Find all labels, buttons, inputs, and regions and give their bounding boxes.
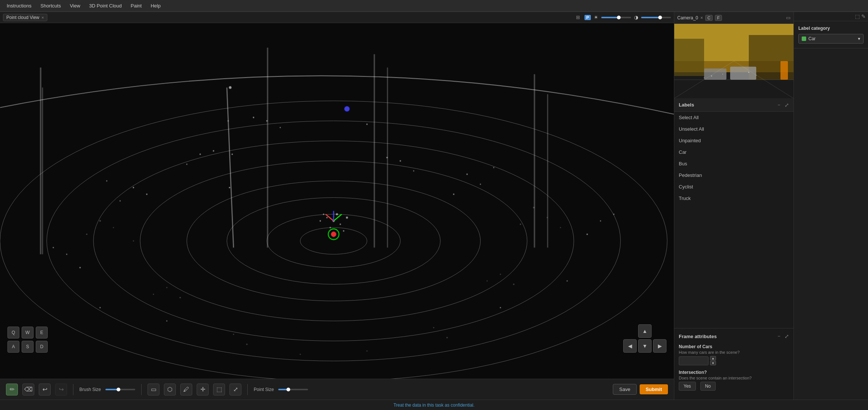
yes-radio[interactable]: Yes: [679, 382, 696, 391]
svg-rect-94: [780, 61, 788, 80]
svg-point-48: [228, 120, 229, 122]
rect-tool[interactable]: ▭: [148, 384, 159, 395]
svg-point-98: [748, 72, 750, 73]
point-size-label: Point Size: [254, 387, 274, 392]
label-category-title: Label category: [798, 26, 864, 31]
svg-point-33: [280, 127, 281, 128]
pc-icon-grid[interactable]: ⊞: [575, 14, 582, 21]
svg-point-19: [120, 200, 121, 201]
category-select[interactable]: Car ▾: [798, 34, 864, 44]
menu-shortcuts[interactable]: Shortcuts: [37, 1, 64, 10]
menu-3d-point-cloud[interactable]: 3D Point Cloud: [85, 1, 125, 10]
menu-help[interactable]: Help: [147, 1, 164, 10]
point-size-slider[interactable]: [278, 389, 308, 390]
redo-tool[interactable]: ↪: [55, 384, 67, 395]
no-radio[interactable]: No: [700, 382, 716, 391]
number-of-cars-input[interactable]: [679, 356, 709, 365]
category-chevron: ▾: [858, 36, 860, 41]
labels-title: Labels: [679, 102, 694, 108]
svg-point-16: [343, 230, 345, 232]
svg-point-20: [146, 194, 148, 195]
svg-point-68: [533, 207, 535, 208]
unpainted-item[interactable]: Unpainted: [674, 135, 793, 146]
canvas-area[interactable]: Q W E A S D ▲ ◀ ▼ ▶: [0, 23, 674, 379]
camera-expand[interactable]: ▭: [786, 15, 791, 20]
key-w[interactable]: W: [22, 327, 34, 339]
brush-size-slider[interactable]: [105, 389, 135, 390]
nav-row-mid: ◀ ▼ ▶: [623, 339, 666, 353]
submit-button[interactable]: Submit: [640, 384, 668, 394]
nav-right-btn[interactable]: ▶: [653, 339, 666, 353]
svg-point-81: [446, 337, 448, 339]
svg-point-36: [66, 254, 67, 255]
expand-tool[interactable]: ⤢: [229, 384, 241, 395]
svg-point-11: [340, 223, 341, 225]
camera-badge-f[interactable]: F: [715, 15, 722, 21]
pedestrian-item[interactable]: Pedestrian: [674, 169, 793, 181]
minimize-labels[interactable]: －: [776, 102, 782, 108]
labels-section: Labels － ⤢ Select All Unselect All Unpai…: [674, 98, 793, 328]
increment-btn[interactable]: ▲: [710, 356, 716, 360]
expand-frame-attr[interactable]: ⤢: [785, 333, 789, 340]
unselect-all-item[interactable]: Unselect All: [674, 123, 793, 135]
key-q[interactable]: Q: [7, 327, 19, 339]
svg-point-35: [366, 124, 368, 125]
svg-point-74: [153, 294, 154, 295]
point-cloud-tab[interactable]: Point cloud View ×: [3, 14, 47, 21]
camera-tab: Camera_0 × C F: [677, 15, 722, 21]
camera-image: [674, 24, 793, 98]
svg-point-69: [547, 217, 548, 218]
nav-left-btn[interactable]: ◀: [623, 339, 637, 353]
bus-item[interactable]: Bus: [674, 158, 793, 169]
camera-badge-c[interactable]: C: [705, 15, 713, 21]
status-bar: Treat the data in this task as confident…: [0, 400, 868, 410]
key-e[interactable]: E: [36, 327, 48, 339]
key-d[interactable]: D: [36, 341, 48, 353]
truck-item[interactable]: Truck: [674, 193, 793, 204]
view-badge-p[interactable]: P: [585, 15, 591, 20]
svg-point-50: [229, 187, 230, 188]
menu-view[interactable]: View: [66, 1, 84, 10]
svg-point-99: [756, 75, 757, 76]
svg-point-40: [586, 233, 588, 235]
expand-labels[interactable]: ⤢: [785, 102, 789, 108]
key-s[interactable]: S: [22, 341, 34, 353]
intersection-desc: Does the scene contain an intersection?: [679, 376, 789, 380]
camera-close[interactable]: ×: [700, 15, 703, 20]
poly-tool[interactable]: ⬡: [164, 384, 176, 395]
key-row-1: Q W E: [7, 327, 48, 339]
lasso-tool[interactable]: 🖊: [180, 384, 192, 395]
nav-up-btn[interactable]: ▲: [638, 324, 652, 338]
nav-down-btn[interactable]: ▼: [638, 339, 652, 353]
nav-arrows: ▲ ◀ ▼ ▶: [623, 324, 666, 353]
svg-rect-55: [374, 54, 375, 247]
label-icon-2[interactable]: ✎: [861, 13, 866, 19]
svg-point-76: [513, 284, 514, 285]
contrast-slider[interactable]: [641, 17, 671, 18]
svg-point-67: [133, 241, 134, 242]
menu-instructions[interactable]: Instructions: [3, 1, 35, 10]
sep3: [247, 384, 248, 395]
car-item[interactable]: Car: [674, 146, 793, 158]
tab-close[interactable]: ×: [42, 15, 44, 20]
transform-tool[interactable]: ⬚: [213, 384, 225, 395]
minimize-frame-attr[interactable]: －: [776, 333, 782, 340]
eraser-tool[interactable]: ⌫: [22, 384, 34, 395]
svg-point-39: [600, 220, 601, 222]
key-a[interactable]: A: [7, 341, 19, 353]
brightness-slider[interactable]: [601, 17, 631, 18]
svg-point-71: [560, 227, 561, 228]
select-all-item[interactable]: Select All: [674, 112, 793, 123]
save-button[interactable]: Save: [613, 384, 637, 395]
street-scene: [674, 24, 793, 98]
move-tool[interactable]: ✛: [197, 384, 209, 395]
decrement-btn[interactable]: ▼: [710, 361, 716, 365]
draw-tool[interactable]: ✏: [6, 384, 18, 395]
label-icon-1[interactable]: ⬚: [855, 13, 860, 19]
cyclist-item[interactable]: Cyclist: [674, 181, 793, 193]
menu-paint[interactable]: Paint: [127, 1, 146, 10]
svg-point-37: [79, 267, 81, 268]
undo-tool[interactable]: ↩: [39, 384, 51, 395]
camera-label: Camera_0: [677, 15, 698, 20]
svg-point-66: [86, 233, 88, 235]
